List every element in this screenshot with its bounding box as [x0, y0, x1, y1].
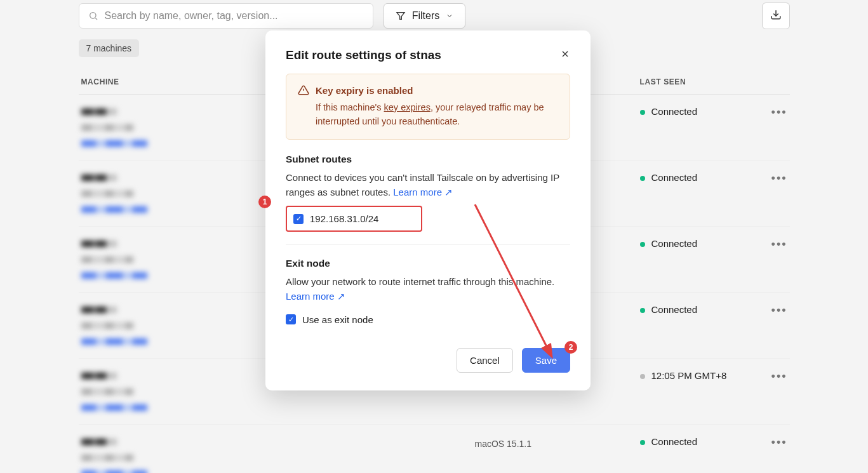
status-text: 12:05 PM GMT+8 — [651, 370, 727, 381]
status-text: Connected — [651, 172, 698, 183]
download-button[interactable] — [762, 3, 790, 29]
close-button[interactable] — [560, 49, 570, 62]
save-button[interactable]: Save 2 — [522, 348, 570, 373]
version-sub: macOS 15.1.1 — [475, 439, 635, 449]
search-placeholder: Search by name, owner, tag, version... — [105, 10, 278, 22]
annotation-badge-2: 2 — [564, 341, 577, 354]
status-dot — [640, 176, 645, 181]
modal-title: Edit route settings of stnas — [286, 48, 441, 62]
row-actions-button[interactable]: ••• — [752, 293, 790, 359]
filters-button[interactable]: Filters — [384, 3, 466, 29]
search-input[interactable]: Search by name, owner, tag, version... — [79, 3, 373, 29]
svg-line-1 — [95, 18, 97, 20]
exit-learn-more-link[interactable]: Learn more ↗ — [286, 291, 345, 302]
row-actions-button[interactable]: ••• — [752, 161, 790, 227]
subnet-route-label: 192.168.31.0/24 — [310, 213, 378, 224]
filters-label: Filters — [412, 10, 440, 22]
annotation-badge-1: 1 — [258, 196, 271, 208]
status-dot — [640, 308, 645, 313]
status-text: Connected — [651, 106, 698, 117]
warning-title: Key expiry is enabled — [316, 85, 413, 96]
download-icon — [770, 9, 782, 20]
exit-node-checkbox[interactable]: ✓ — [286, 314, 296, 324]
warning-icon — [298, 84, 309, 96]
status-text: Connected — [651, 304, 698, 315]
status-dot — [640, 242, 645, 247]
row-actions-button[interactable]: ••• — [752, 425, 790, 474]
status-dot — [640, 440, 645, 445]
exit-title: Exit node — [286, 258, 570, 269]
divider — [286, 244, 570, 245]
row-actions-button[interactable]: ••• — [752, 227, 790, 293]
row-actions-button[interactable]: ••• — [752, 95, 790, 161]
machine-count-chip: 7 machines — [79, 39, 140, 57]
subnet-desc: Connect to devices you can't install Tai… — [286, 170, 570, 200]
filter-icon — [396, 11, 406, 21]
exit-node-label: Use as exit node — [302, 314, 373, 325]
col-last-seen: LAST SEEN — [638, 70, 752, 95]
search-icon — [88, 11, 98, 21]
warning-box: Key expiry is enabled If this machine's … — [286, 74, 570, 140]
close-icon — [560, 49, 570, 59]
table-row: macOS 15.1.1Connected••• — [79, 425, 790, 474]
status-text: Connected — [651, 436, 698, 447]
status-dot — [640, 374, 645, 379]
cancel-button[interactable]: Cancel — [457, 348, 513, 373]
chevron-down-icon — [446, 12, 453, 20]
key-expires-link[interactable]: key expires — [384, 102, 431, 112]
row-actions-button[interactable]: ••• — [752, 359, 790, 425]
warning-body: If this machine's key expires, your rela… — [316, 101, 558, 129]
subnet-title: Subnet routes — [286, 154, 570, 165]
svg-point-0 — [90, 13, 95, 18]
subnet-route-highlight: ✓ 192.168.31.0/24 — [286, 206, 422, 232]
subnet-route-checkbox[interactable]: ✓ — [293, 214, 304, 224]
status-text: Connected — [651, 238, 698, 249]
subnet-learn-more-link[interactable]: Learn more ↗ — [393, 187, 453, 197]
status-dot — [640, 110, 645, 115]
svg-marker-2 — [397, 13, 404, 20]
exit-desc: Allow your network to route internet tra… — [286, 274, 570, 304]
edit-route-modal: Edit route settings of stnas Key expiry … — [265, 30, 591, 390]
